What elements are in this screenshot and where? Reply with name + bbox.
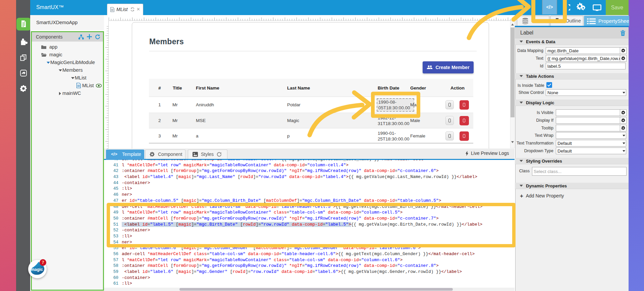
svg-text:magic: magic [31,267,43,272]
